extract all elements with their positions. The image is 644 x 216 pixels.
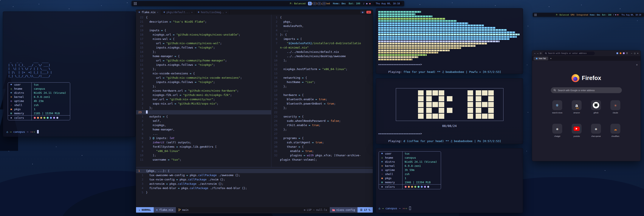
code-text: hardware = { xyxy=(280,93,304,97)
code-text: imports = [ xyxy=(280,37,302,41)
code-text: nixos-wsl = { xyxy=(146,37,174,41)
code-line: 19 inputs = { xyxy=(136,28,271,33)
shortcut-claude[interactable]: ✳claude xyxy=(606,100,625,114)
code-text: "${modulesPath}/installer/cd-dvd/install… xyxy=(280,41,361,46)
code-line: 7 inputs.nixpkgs.follows = "nixpkgs"; xyxy=(136,80,271,84)
line-number: 5 xyxy=(136,190,146,195)
fetch-key-cell: ❄distro xyxy=(379,160,402,164)
tray-icon[interactable]: ● xyxy=(615,14,616,16)
line-number: 9 xyxy=(136,71,146,76)
code-text: }; xyxy=(146,67,156,71)
tab-close-icon[interactable]: ✕ xyxy=(191,11,192,13)
code-text: url = "github:nix-community/home-manager… xyxy=(146,58,227,63)
tray-icon[interactable]: ● xyxy=(369,2,370,5)
forward-icon[interactable]: → xyxy=(537,52,538,55)
tab-close-icon[interactable]: ✕ xyxy=(157,11,158,13)
url-placeholder: Search with Google or enter address xyxy=(548,52,586,54)
line-number: 5 xyxy=(272,33,280,37)
viz-bar xyxy=(378,13,416,15)
shortcut-cloudflare[interactable]: ☁cloudflare xyxy=(606,124,625,137)
bar-clock[interactable]: Thu Aug 08, 18:18 xyxy=(374,2,402,6)
shortcut-amazon[interactable]: aamazon xyxy=(567,100,586,114)
code-line: 20 xyxy=(136,24,271,28)
code-text: thunar = { xyxy=(280,145,304,149)
prompt-arrow-icon: → xyxy=(382,207,384,210)
extension-icon[interactable] xyxy=(623,52,625,54)
fetch-key-cell: ⌂hname xyxy=(8,87,32,91)
code-text: ... xyxy=(280,28,288,33)
fetch-value: 1 xyxy=(402,176,406,180)
newtab-search-bar[interactable]: Search with Google or enter address xyxy=(551,87,622,93)
shortcut-youtube[interactable]: youtube xyxy=(567,124,586,137)
code-pane-bottom[interactable]: 1{pkgs, ...}: {1 tux-awesome-wm-config =… xyxy=(136,169,373,195)
menu-icon[interactable]: ☰ xyxy=(626,52,628,54)
window-close-button[interactable]: ✕ xyxy=(366,11,371,14)
extension-icon[interactable] xyxy=(620,52,622,54)
line-number: 6 xyxy=(272,37,280,41)
editor-tab[interactable]: ❄hosts/isoImag..✕ xyxy=(196,10,230,15)
packages-icon: ▣ xyxy=(380,176,384,180)
code-text: { xyxy=(146,15,148,20)
app-launcher-icon[interactable] xyxy=(134,2,137,5)
clock-cell xyxy=(406,102,411,107)
volume-icon[interactable]: ♪ xyxy=(613,14,614,16)
workspace-button[interactable]: 2 xyxy=(313,2,316,6)
code-text: } @ inputs: let xyxy=(146,136,174,140)
close-button[interactable]: ✕ xyxy=(637,52,638,54)
fetch-label: user xyxy=(14,83,21,87)
editor-tab[interactable]: ❄flake.nix✕ xyxy=(136,10,161,15)
line-number: 18 xyxy=(136,33,146,37)
code-text: } xyxy=(146,190,148,195)
clock-cell xyxy=(468,114,473,119)
code-line: 21 description = "tux's NixOS Flake"; xyxy=(136,20,271,24)
workspace-button[interactable]: 3 xyxy=(318,2,321,6)
code-text: }: { xyxy=(280,33,287,37)
mode-text: NORMAL xyxy=(142,208,151,211)
pane-separator-horizontal[interactable] xyxy=(136,167,373,167)
bar-clock[interactable]: Thu Aug 08, 18:18 xyxy=(620,14,642,16)
line-number: 1 xyxy=(136,169,146,173)
shell-prompt[interactable]: ⌂→canopus~››› xyxy=(6,130,39,133)
fetch-label: memory xyxy=(385,180,395,184)
newtab-page: ⚙ Firefox Search with Google or enter ad… xyxy=(532,61,640,161)
personalize-gear-icon[interactable]: ⚙ xyxy=(636,63,638,66)
minimize-button[interactable]: − xyxy=(631,52,632,54)
workspace-button[interactable]: 4 xyxy=(322,2,326,6)
line-number: 1 xyxy=(136,106,146,110)
volume-icon[interactable]: ♪ xyxy=(363,2,364,5)
maximize-button[interactable]: □ xyxy=(634,52,635,54)
reload-icon[interactable]: ⟳ xyxy=(540,52,542,55)
code-pane-right[interactable]: 1{2 pkgs,3 modulesPath,4 ...5}: {6 impor… xyxy=(272,15,373,162)
editor-tab[interactable]: ❄pkgs/default...✕ xyxy=(161,10,195,15)
clock-digit xyxy=(406,90,424,119)
tray-icon[interactable]: ● xyxy=(617,14,618,16)
line-number: 26 xyxy=(272,127,280,132)
back-icon[interactable]: ← xyxy=(534,52,536,55)
shortcut-chat.openai[interactable]: ❋chat.openai xyxy=(586,124,606,137)
line-number: 21 xyxy=(136,20,146,24)
app-launcher-icon[interactable] xyxy=(534,14,537,16)
shortcut-chatgpt[interactable]: ❋chatgpt xyxy=(548,124,567,137)
line-number: 2 xyxy=(136,119,146,123)
toggle-view-button[interactable]: ◉ xyxy=(360,11,365,14)
shell-prompt[interactable]: ⌂→canopus~››› xyxy=(378,206,411,210)
code-text: self, xyxy=(146,119,161,123)
tab-close-icon[interactable]: ✕ xyxy=(226,11,227,13)
fetch-value: 4h 23m xyxy=(32,99,44,103)
url-bar[interactable]: Search with Google or enter address xyxy=(543,52,595,55)
code-text: networking = { xyxy=(280,76,307,80)
extension-icon[interactable] xyxy=(616,52,618,54)
viz-bar xyxy=(378,25,484,26)
browser-tab[interactable]: New Tab xyxy=(534,57,548,60)
code-text: astronvim = pkgs.callPackage ./astronvim… xyxy=(146,182,224,186)
tray-icon[interactable]: ● xyxy=(366,2,368,5)
tab-label: flake.nix xyxy=(142,11,156,14)
workspace-button[interactable]: 1 xyxy=(308,2,312,6)
line-number: 20 xyxy=(136,24,146,28)
bar-status-area: P: BalancedGPU: IntegratedHome: 6msBat: … xyxy=(556,14,642,16)
code-pane-left[interactable]: 22{21 description = "tux's NixOS Flake";… xyxy=(136,15,271,162)
shortcut-github[interactable]: github xyxy=(586,100,606,114)
shell-icon: › xyxy=(380,172,384,176)
new-tab-button[interactable]: + xyxy=(550,57,552,60)
shortcut-search.nixos[interactable]: ❄search.nixos xyxy=(548,100,567,114)
